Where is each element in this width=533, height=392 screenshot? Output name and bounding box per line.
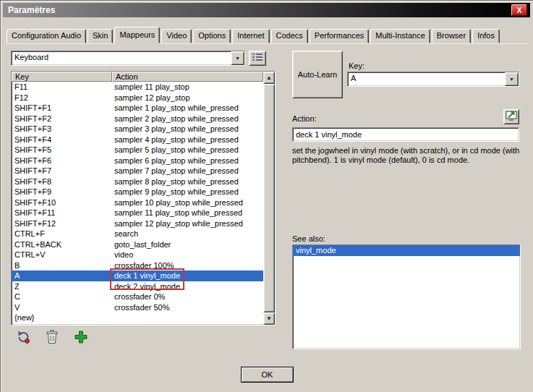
mapping-row-shift-f5[interactable]: SHIFT+F5sampler 5 play_stop while_presse…	[12, 145, 263, 155]
trash-icon	[45, 329, 59, 347]
mapping-key-cell: B	[12, 260, 112, 271]
close-button[interactable]: X	[511, 4, 527, 16]
settings-dialog: Paramètres X Configuration AudioSkinMapp…	[0, 0, 533, 392]
mapping-action-cell: sampler 2 play_stop while_pressed	[112, 114, 263, 124]
mapping-toolbar	[14, 328, 90, 347]
tab-options[interactable]: Options	[193, 29, 231, 43]
mapping-row-shift-f3[interactable]: SHIFT+F3sampler 3 play_stop while_presse…	[12, 124, 263, 135]
monitor-arrow-icon	[506, 111, 517, 124]
mapping-row-shift-f11[interactable]: SHIFT+F11sampler 11 play_stop while_pres…	[12, 208, 263, 218]
mapping-action-cell: sampler 11 play_stop	[112, 82, 263, 93]
tab-codecs[interactable]: Codecs	[271, 29, 308, 43]
mapping-row-shift-f7[interactable]: SHIFT+F7sampler 7 play_stop while_presse…	[12, 166, 263, 176]
mapping-row-shift-f10[interactable]: SHIFT+F10sampler 10 play_stop while_pres…	[12, 197, 263, 208]
mapping-action-cell: sampler 11 play_stop while_pressed	[112, 208, 263, 218]
mapping-list: Key Action F11sampler 11 play_stopF12sam…	[11, 71, 276, 325]
add-mapping-button[interactable]	[72, 328, 90, 347]
mapping-key-cell: SHIFT+F5	[12, 145, 112, 155]
mapping-row-shift-f2[interactable]: SHIFT+F2sampler 2 play_stop while_presse…	[12, 114, 263, 124]
mapping-key-cell: CTRL+F	[12, 229, 112, 239]
mapping-row-shift-f12[interactable]: SHIFT+F12sampler 12 play_stop while_pres…	[12, 218, 263, 229]
tab-infos[interactable]: Infos	[472, 29, 500, 43]
mapping-key-cell: F12	[12, 93, 112, 103]
vertical-scrollbar[interactable]: ▲ ▼	[263, 72, 275, 325]
tab-mappeurs[interactable]: Mappeurs	[114, 27, 160, 43]
mapping-row-f12[interactable]: F12sampler 12 play_stop	[12, 93, 263, 103]
tab-skin[interactable]: Skin	[88, 29, 113, 43]
titlebar[interactable]: Paramètres X	[3, 3, 530, 17]
mapping-row-b[interactable]: Bcrossfader 100%	[12, 260, 263, 271]
mapping-key-cell: SHIFT+F4	[12, 135, 112, 145]
mapping-action-cell: sampler 8 play_stop while_pressed	[112, 176, 263, 187]
mapping-list-header: Key Action	[12, 72, 263, 82]
mapping-row-f11[interactable]: F11sampler 11 play_stop	[12, 82, 263, 93]
mapping-action-cell: deck 1 vinyl_mode	[112, 270, 263, 281]
mapping-row-ctrl-back[interactable]: CTRL+BACKgoto_last_folder	[12, 239, 263, 250]
mapping-action-cell	[112, 312, 263, 323]
see-also-list: vinyl_mode	[292, 244, 521, 349]
tab-video[interactable]: Video	[161, 29, 192, 43]
mapping-action-cell: crossfader 0%	[112, 291, 263, 302]
mapping-key-cell: SHIFT+F3	[12, 124, 112, 135]
tab-configuration-audio[interactable]: Configuration Audio	[7, 29, 86, 43]
mapping-row-a[interactable]: Adeck 1 vinyl_mode	[12, 270, 263, 281]
mapping-action-cell: deck 2 vinyl_mode	[112, 281, 263, 292]
mapping-action-cell: search	[112, 229, 263, 239]
key-label: Key:	[349, 61, 364, 70]
scrollbar-thumb[interactable]	[263, 84, 275, 312]
mapping-key-cell: SHIFT+F1	[12, 103, 112, 114]
key-select-arrow[interactable]: ▼	[505, 72, 519, 86]
tab-multi-instance[interactable]: Multi-Instance	[370, 29, 430, 43]
list-details-icon	[252, 53, 263, 64]
window-title: Paramètres	[8, 5, 55, 15]
mapper-list-button[interactable]	[249, 51, 266, 66]
action-picker-button[interactable]	[503, 109, 519, 124]
column-header-key[interactable]: Key	[12, 72, 112, 82]
auto-learn-button[interactable]: Auto-Learn	[292, 51, 343, 98]
mapping-row-new[interactable]: {new}	[12, 312, 263, 323]
tab-internet[interactable]: Internet	[232, 29, 269, 43]
see-also-item-vinyl-mode[interactable]: vinyl_mode	[293, 245, 520, 256]
mapping-row-shift-f9[interactable]: SHIFT+F9sampler 9 play_stop while_presse…	[12, 187, 263, 197]
chevron-down-icon: ▼	[509, 77, 514, 82]
mapping-key-cell: SHIFT+F8	[12, 176, 112, 187]
mapping-key-cell: SHIFT+F10	[12, 197, 112, 208]
scroll-down-button[interactable]: ▼	[263, 312, 275, 325]
mapping-key-cell: CTRL+V	[12, 250, 112, 260]
reset-mapping-button[interactable]	[14, 328, 33, 347]
mapping-key-cell: A	[12, 270, 112, 281]
ok-button[interactable]: OK	[241, 367, 294, 383]
mapping-row-shift-f6[interactable]: SHIFT+F6sampler 6 play_stop while_presse…	[12, 155, 263, 166]
mapping-key-cell: V	[12, 302, 112, 313]
mapping-row-z[interactable]: Zdeck 2 vinyl_mode	[12, 281, 263, 292]
key-select[interactable]: A ▼	[347, 72, 519, 87]
mapping-action-cell: goto_last_folder	[112, 239, 263, 250]
action-input[interactable]	[292, 127, 519, 142]
mapping-row-shift-f8[interactable]: SHIFT+F8sampler 8 play_stop while_presse…	[12, 176, 263, 187]
mapping-row-shift-f1[interactable]: SHIFT+F1sampler 1 play_stop while_presse…	[12, 103, 263, 114]
mapping-action-cell: sampler 1 play_stop while_pressed	[112, 103, 263, 114]
column-header-action[interactable]: Action	[112, 72, 263, 82]
mapping-row-v[interactable]: Vcrossfader 50%	[12, 302, 263, 313]
mapping-row-ctrl-f[interactable]: CTRL+Fsearch	[12, 229, 263, 239]
mapping-key-cell: SHIFT+F11	[12, 208, 112, 218]
mapping-key-cell: SHIFT+F12	[12, 218, 112, 229]
mapping-key-cell: SHIFT+F2	[12, 114, 112, 124]
mapping-row-ctrl-v[interactable]: CTRL+Vvideo	[12, 250, 263, 260]
mapping-key-cell: F11	[12, 82, 112, 93]
arrow-up-icon: ▲	[266, 74, 272, 81]
device-select-arrow[interactable]: ▼	[231, 51, 244, 65]
scroll-up-button[interactable]: ▲	[263, 72, 275, 84]
tab-performances[interactable]: Performances	[310, 29, 369, 43]
delete-mapping-button[interactable]	[43, 328, 61, 347]
mapping-row-c[interactable]: Ccrossfader 0%	[12, 291, 263, 302]
close-icon: X	[517, 7, 522, 14]
action-label: Action:	[292, 114, 317, 123]
see-also-label: See also:	[292, 234, 325, 243]
mapping-row-shift-f4[interactable]: SHIFT+F4sampler 4 play_stop while_presse…	[12, 135, 263, 145]
tab-browser[interactable]: Browser	[432, 29, 471, 43]
key-select-value: A	[348, 72, 505, 86]
mapping-action-cell: sampler 6 play_stop while_pressed	[112, 155, 263, 166]
mapping-action-cell: video	[112, 250, 263, 260]
device-select[interactable]: Keyboard ▼	[11, 51, 245, 66]
